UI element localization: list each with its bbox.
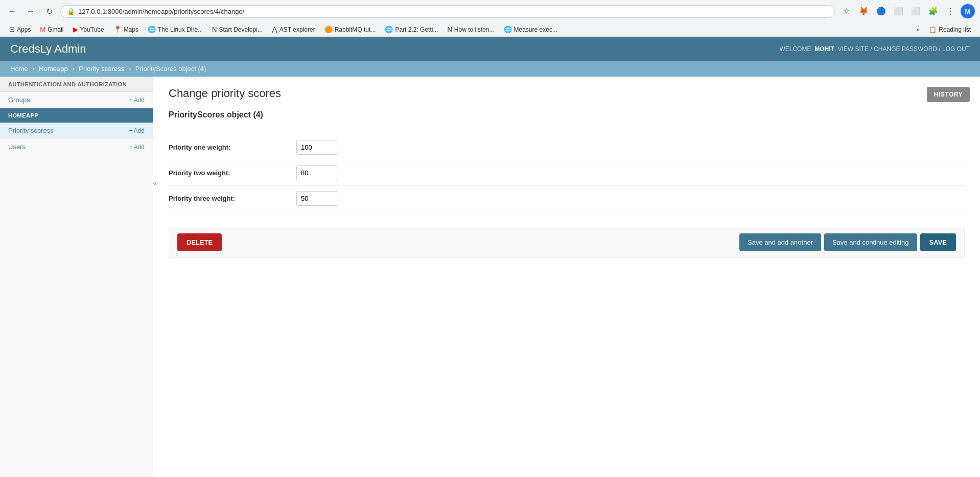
- bookmark-how-listen[interactable]: N How to listen...: [443, 23, 498, 35]
- username: MOHIT: [814, 45, 834, 53]
- history-button[interactable]: HISTORY: [927, 87, 970, 102]
- browser-chrome: ← → ↻ 🔒 ☆ 🦊 🔵 ⬜ ⬜ 🧩 ⋮ M ⊞ Apps M Gmail ▶: [0, 0, 980, 37]
- measure-icon: 🌐: [504, 26, 512, 33]
- bookmark-maps[interactable]: 📍 Maps: [109, 23, 143, 35]
- admin-header: CredsLy Admin WELCOME, MOHIT. VIEW SITE …: [0, 37, 980, 61]
- bookmark-rabbitmq-label: RabbitMQ tut...: [335, 26, 376, 33]
- object-title: PriorityScores object (4): [169, 110, 965, 125]
- bookmark-part22-label: Part 2.2: Getti...: [395, 26, 438, 33]
- page-title: Change priority scores: [169, 87, 965, 100]
- maps-icon: 📍: [113, 26, 122, 33]
- homeapp-section-header: HOMEAPP: [0, 108, 153, 123]
- gmail-icon: M: [40, 26, 45, 33]
- apps-icon: ⊞: [9, 26, 15, 33]
- reading-list-icon: 📋: [929, 26, 937, 33]
- priority-scoress-add-link[interactable]: + Add: [129, 127, 145, 134]
- auth-section-header: AUTHENTICATION AND AUTHORIZATION: [0, 77, 153, 92]
- extension-icon[interactable]: 🔵: [874, 4, 888, 18]
- lock-icon: 🔒: [67, 8, 75, 15]
- sidebar-item-groups: Groups + Add: [0, 92, 153, 108]
- priority-plus-icon: +: [129, 127, 133, 134]
- browser-toolbar: ← → ↻ 🔒 ☆ 🦊 🔵 ⬜ ⬜ 🧩 ⋮ M: [0, 0, 980, 22]
- breadcrumb-current: PriorityScores object (4): [135, 65, 206, 73]
- bookmark-start-dev-label: Start Developi...: [219, 26, 262, 33]
- bookmark-gmail[interactable]: M Gmail: [36, 23, 67, 35]
- groups-add-label: Add: [134, 97, 145, 104]
- priority-one-input[interactable]: [296, 140, 337, 155]
- save-button[interactable]: SAVE: [920, 233, 956, 251]
- bookmark-measure-label: Measure exec...: [514, 26, 557, 33]
- breadcrumb-priority-scores[interactable]: Priority scoress: [79, 65, 124, 73]
- breadcrumb-sep1: ›: [32, 65, 34, 73]
- priority-two-field: [296, 160, 965, 186]
- admin-title[interactable]: CredsLy Admin: [10, 42, 86, 56]
- priority-one-label: Priority one weight:: [169, 135, 296, 160]
- breadcrumb-homeapp[interactable]: Homeapp: [39, 65, 67, 73]
- groups-link[interactable]: Groups: [8, 96, 30, 104]
- content-area: Change priority scores HISTORY PriorityS…: [153, 77, 980, 477]
- breadcrumb-home[interactable]: Home: [10, 65, 28, 73]
- breadcrumb: Home › Homeapp › Priority scoress › Prio…: [0, 61, 980, 77]
- bookmark-youtube[interactable]: ▶ YouTube: [69, 23, 108, 35]
- tab-button[interactable]: ⬜: [891, 4, 905, 18]
- breadcrumb-sep2: ›: [72, 65, 74, 73]
- users-add-link[interactable]: + Add: [129, 144, 145, 151]
- profile-button[interactable]: M: [961, 4, 975, 18]
- back-button[interactable]: ←: [5, 4, 19, 18]
- bookmarks-more[interactable]: »: [912, 23, 924, 35]
- collapse-sidebar-button[interactable]: «: [153, 179, 157, 187]
- bookmarks-bar: ⊞ Apps M Gmail ▶ YouTube 📍 Maps 🌐 The Li…: [0, 22, 980, 37]
- groups-add-link[interactable]: + Add: [129, 97, 145, 104]
- bookmark-rabbitmq[interactable]: 🟠 RabbitMQ tut...: [320, 23, 380, 35]
- rabbitmq-icon: 🟠: [324, 26, 333, 33]
- reading-list-label: Reading list: [939, 26, 971, 33]
- delete-button[interactable]: Delete: [177, 233, 222, 251]
- sidebar-item-priority-scoress: Priority scoress + Add: [0, 123, 153, 139]
- address-bar[interactable]: 🔒: [60, 5, 835, 18]
- submit-row: Delete Save and add another Save and con…: [169, 227, 965, 258]
- bookmark-start-dev[interactable]: N Start Developi...: [208, 23, 267, 35]
- how-listen-icon: N: [447, 26, 452, 33]
- groups-plus-icon: +: [129, 97, 133, 104]
- bookmark-ast[interactable]: ⋀ AST explorer: [268, 23, 319, 35]
- users-link[interactable]: Users: [8, 143, 26, 151]
- bookmark-linux-dir-label: The Linux Dire...: [158, 26, 203, 33]
- fox-icon[interactable]: 🦊: [856, 4, 871, 18]
- priority-three-input[interactable]: [296, 191, 337, 206]
- reload-button[interactable]: ↻: [42, 4, 56, 18]
- change-password-link[interactable]: CHANGE PASSWORD: [874, 45, 937, 53]
- puzzle-icon[interactable]: 🧩: [926, 4, 940, 18]
- priority-add-label: Add: [134, 127, 145, 134]
- youtube-icon: ▶: [73, 26, 78, 33]
- bookmark-apps[interactable]: ⊞ Apps: [5, 23, 35, 35]
- priority-scoress-link[interactable]: Priority scoress: [8, 127, 54, 134]
- bookmark-how-listen-label: How to listen...: [454, 26, 495, 33]
- forward-button[interactable]: →: [24, 4, 38, 18]
- ast-icon: ⋀: [272, 26, 277, 33]
- breadcrumb-sep3: ›: [129, 65, 131, 73]
- sidebar: AUTHENTICATION AND AUTHORIZATION Groups …: [0, 77, 153, 477]
- bookmark-youtube-label: YouTube: [80, 26, 104, 33]
- star-button[interactable]: ☆: [839, 4, 853, 18]
- priority-three-label: Priority three weight:: [169, 186, 296, 211]
- users-plus-icon: +: [129, 144, 133, 151]
- bookmark-measure[interactable]: 🌐 Measure exec...: [500, 23, 562, 35]
- priority-two-input[interactable]: [296, 165, 337, 180]
- view-site-link[interactable]: VIEW SITE: [837, 45, 869, 53]
- form-row-priority-one: Priority one weight:: [169, 135, 965, 160]
- reading-list-button[interactable]: 📋 Reading list: [925, 24, 975, 35]
- bookmark-maps-label: Maps: [124, 26, 138, 33]
- admin-user-info: WELCOME, MOHIT. VIEW SITE / CHANGE PASSW…: [779, 45, 970, 53]
- address-input[interactable]: [78, 8, 828, 15]
- copy-button[interactable]: ⬜: [908, 4, 923, 18]
- save-continue-button[interactable]: Save and continue editing: [824, 233, 917, 251]
- bookmark-linux-dir[interactable]: 🌐 The Linux Dire...: [144, 23, 207, 35]
- priority-one-field: [296, 135, 965, 160]
- linux-dir-icon: 🌐: [148, 26, 156, 33]
- users-add-label: Add: [134, 144, 145, 151]
- bookmark-part22[interactable]: 🌐 Part 2.2: Getti...: [381, 23, 442, 35]
- save-add-button[interactable]: Save and add another: [739, 233, 821, 251]
- form-table: Priority one weight: Priority two weight…: [169, 135, 965, 211]
- menu-icon[interactable]: ⋮: [943, 4, 958, 18]
- logout-link[interactable]: LOG OUT: [942, 45, 970, 53]
